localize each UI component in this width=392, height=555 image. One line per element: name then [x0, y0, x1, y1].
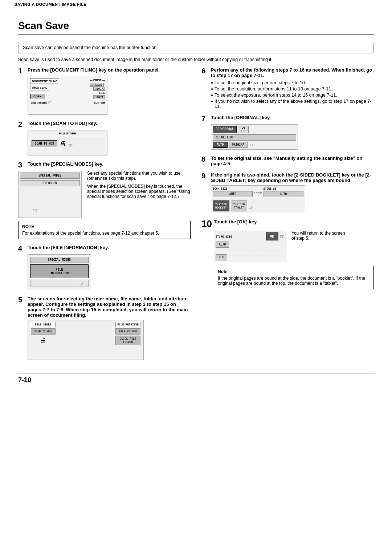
- step-2-body: FILE STORE SCAN TO HDD 🖨 ☞: [28, 130, 191, 155]
- step-4-num: 4: [18, 245, 26, 252]
- scan-to-hdd-sm: SCAN TO HDD: [31, 328, 56, 335]
- step-3-title: Touch the [SPECIAL MODES] key.: [28, 161, 103, 167]
- intro-text: Scan save is used to save a scanned docu…: [18, 57, 374, 62]
- step-9-heading: 9 If the original is two-sided, touch th…: [201, 172, 374, 183]
- file-folder-sm: FILE FOLDER: [115, 328, 140, 335]
- file-information-btn: FILEINFORMATION: [30, 264, 89, 278]
- step-10-content: STORE SIZE OK ☞ AUTO DED You will return…: [214, 231, 374, 262]
- intro-box: Scan save can only be used if the machin…: [18, 42, 374, 53]
- bullet-1: To set the original size, perform steps …: [211, 80, 374, 85]
- step-10: 10 Touch the [OK] key. STORE SIZE OK ☞ A…: [201, 219, 374, 289]
- step-5-title: The screens for selecting the user name,…: [28, 296, 191, 318]
- diag-imag-label: IMAG SEND: [30, 85, 49, 90]
- step-6-num: 6: [201, 67, 209, 74]
- file-store-label: FILE STORE: [30, 132, 105, 136]
- step-5: 5 The screens for selecting the user nam…: [18, 296, 191, 360]
- scan-auto-btn: AUTO: [213, 191, 253, 197]
- diag-data2-row: □ DATA: [93, 95, 105, 99]
- step-2-num: 2: [18, 121, 26, 128]
- step-8-title: To set the original size, see "Manually …: [211, 155, 374, 166]
- step-3-layout: SPECIAL MODES INFOR ON ☞ Select any spec…: [18, 171, 191, 218]
- diag-job-status-label: JOB STATUS: [31, 102, 46, 104]
- tablet-btn: 2-SIDEDTABLET: [231, 200, 248, 211]
- percent-label: 100%—: [254, 187, 262, 199]
- printer-icon-res: 🖨: [238, 126, 249, 133]
- diag-data-row: □ DATA: [93, 87, 105, 91]
- right-column: 6 Perform any of the following steps 7 t…: [201, 67, 374, 366]
- ok-top-row: STORE SIZE OK ☞: [216, 232, 285, 240]
- step-4-title: Touch the [FILE INFORMATION] key.: [28, 245, 109, 250]
- step-5-screen: FILE STORE SCAN TO HDD 🖨 FILE RETRIEVE F…: [28, 320, 144, 360]
- note-1-title: NOTE: [22, 224, 187, 229]
- file-retrieve-sm: FILE RETRIEVE: [115, 322, 140, 327]
- diag-doc-filing-label: DOCUMENT FILING: [30, 78, 59, 84]
- step-3-screen: SPECIAL MODES INFOR ON ☞: [18, 171, 82, 218]
- step-3-text: Select any special functions that you wi…: [87, 171, 191, 218]
- finger-icon-4: ☞: [80, 281, 83, 288]
- step-10-heading: 10 Touch the [OK] key.: [201, 219, 374, 228]
- step-10-num: 10: [201, 219, 212, 228]
- store-size-sm: STORE SIZE: [216, 235, 264, 238]
- step-8-num: 8: [201, 155, 209, 163]
- step-1-title: Press the [DOCUMENT FILING] key on the o…: [28, 67, 160, 73]
- resolution-btn: RESOLUTION: [213, 134, 296, 141]
- header-title: SAVING A DOCUMENT IMAGE FILE: [15, 2, 86, 7]
- two-column-layout: 1 Press the [DOCUMENT FILING] key on the…: [18, 67, 374, 366]
- note-2-text: If the original pages are bound at the s…: [218, 276, 370, 286]
- step-10-return-text: You will return to the screen of step 5.: [291, 231, 350, 241]
- store-auto-btn: AUTO: [264, 191, 303, 197]
- scan-size-col: SCAN SIZE AUTO: [213, 187, 253, 199]
- step-7-heading: 7 Touch the [ORIGINAL] key.: [201, 115, 374, 122]
- step-6-bullets: To set the original size, perform steps …: [211, 80, 374, 109]
- file-store-sm: FILE STORE: [31, 322, 56, 327]
- special-modes-btn: SPECIAL MODES: [20, 173, 80, 179]
- sided-row: 2-SIDEDBOOKLET 2-SIDEDTABLET ☞: [213, 200, 303, 211]
- step-1-num: 1: [18, 67, 26, 74]
- note-1-text: For explanations of the special function…: [22, 231, 187, 236]
- infor-on-btn: INFOR ON: [20, 180, 80, 186]
- finger-icon-7: ☞: [250, 142, 255, 148]
- step-6-heading: 6 Perform any of the following steps 7 t…: [201, 67, 374, 78]
- ok-btn-main: OK: [266, 232, 278, 240]
- step-3-heading: 3 Touch the [SPECIAL MODES] key.: [18, 161, 191, 169]
- divider: [216, 249, 285, 253]
- note-2-title: Note: [218, 269, 370, 274]
- step-9-screen: SCAN SIZE AUTO 100%— STORE SI AUTO 2-SID: [211, 185, 305, 213]
- step-6-title: Perform any of the following steps 7 to …: [211, 67, 374, 78]
- step-4: 4 Touch the [FILE INFORMATION] key. SPEC…: [18, 245, 191, 290]
- device-icon: 🖨: [60, 140, 66, 147]
- scan-store-row: SCAN SIZE AUTO 100%— STORE SI AUTO: [213, 187, 303, 199]
- store-si-label: STORE SI: [264, 187, 303, 190]
- step-7-title: Touch the [ORIGINAL] key.: [211, 115, 271, 120]
- step-3: 3 Touch the [SPECIAL MODES] key. SPECIAL…: [18, 161, 191, 239]
- fss-left-section: FILE STORE SCAN TO HDD 🖨: [31, 322, 56, 344]
- note-box-2: Note If the original pages are bound at …: [214, 266, 374, 289]
- diag-ready-row: □ READY: [90, 83, 105, 87]
- auto-btn-dark: AUTO: [213, 142, 228, 148]
- store-size-col: STORE SI AUTO: [264, 187, 303, 199]
- left-column: 1 Press the [DOCUMENT FILING] key on the…: [18, 67, 191, 366]
- ded-btn: DED: [216, 254, 227, 260]
- step-8-heading: 8 To set the original size, see "Manuall…: [201, 155, 374, 166]
- page-content: Scan Save Scan save can only be used if …: [0, 9, 392, 398]
- printer-icon-sm: 🖨: [31, 337, 56, 344]
- step-4-body: SPECIAL MODES FILEINFORMATION ☞: [28, 254, 191, 290]
- step-1-body: DOCUMENT FILING — PRINT — □ READY □ DATA…: [28, 77, 191, 115]
- bullet-3: To select the exposure, perform steps 14…: [211, 93, 374, 98]
- scan-hdd-row: SCAN TO HDD 🖨 ☞: [30, 137, 105, 150]
- diag-finger-1: ☞: [46, 99, 51, 106]
- note-box-1: NOTE For explanations of the special fun…: [18, 221, 191, 239]
- step-7: 7 Touch the [ORIGINAL] key. 300x300dpi 🖨…: [201, 115, 374, 150]
- page-title: Scan Save: [18, 20, 374, 35]
- res-row-1: 300x300dpi 🖨: [213, 126, 296, 133]
- dpi-btn: 300x300dpi: [213, 126, 237, 133]
- step-3-para2: When the [SPECIAL MODES] key is touched,…: [87, 184, 191, 199]
- diag-line-row: — LINE: [96, 92, 105, 94]
- step-1-heading: 1 Press the [DOCUMENT FILING] key on the…: [18, 67, 191, 74]
- finger-icon-10: ☞: [280, 234, 285, 239]
- bullet-4: If you no not wish to select any of the …: [211, 99, 374, 109]
- step-7-screen: 300x300dpi 🖨 RESOLUTION AUTO ORIGINA ☞: [211, 124, 298, 150]
- intro-box-text: Scan save can only be used if the machin…: [23, 45, 158, 50]
- step-3-para1: Select any special functions that you wi…: [87, 171, 191, 181]
- step-7-num: 7: [201, 115, 209, 122]
